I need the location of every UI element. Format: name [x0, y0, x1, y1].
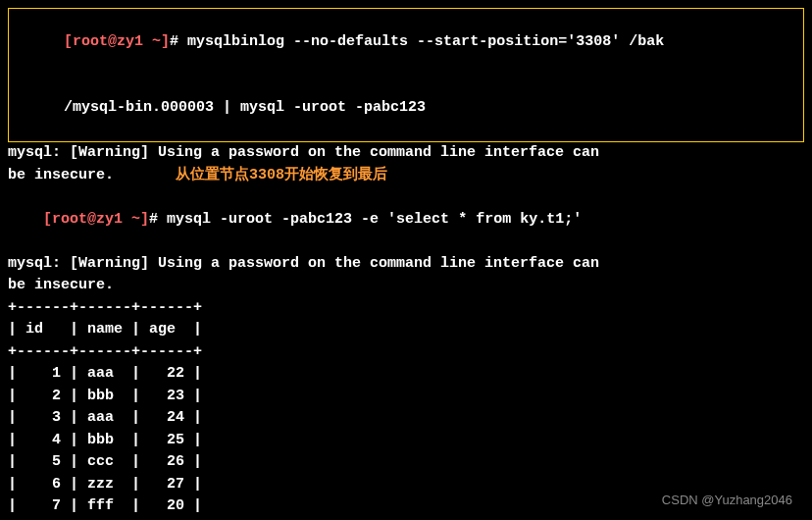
warning2-line2: be insecure. [8, 277, 114, 293]
prompt-user-host-2: [root@zy1 ~] [43, 211, 149, 228]
cmd1-line2[interactable]: /mysql-bin.000003 | mysql -uroot -pabc12… [64, 99, 426, 116]
warning1-line1: mysql: [Warning] Using a password on the… [8, 144, 608, 161]
cmd1-line1[interactable]: mysqlbinlog --no-defaults --start-positi… [187, 33, 664, 50]
cmd2[interactable]: mysql -uroot -pabc123 -e 'select * from … [167, 211, 582, 228]
highlighted-command-1: [root@zy1 ~]# mysqlbinlog --no-defaults … [8, 8, 804, 142]
warning2-line1: mysql: [Warning] Using a password on the… [8, 255, 608, 272]
table-row: | 1 | aaa | 22 | [8, 363, 804, 386]
table-divider-mid: +------+------+------+ [8, 341, 804, 364]
warning1-line2: be insecure. [8, 167, 114, 183]
watermark: CSDN @Yuzhang2046 [662, 491, 792, 510]
terminal-output: [root@zy1 ~]# mysqlbinlog --no-defaults … [8, 8, 804, 520]
annotation-1: 从位置节点3308开始恢复到最后 [176, 167, 387, 183]
table-header: | id | name | age | [8, 319, 804, 341]
table-row: | 5 | ccc | 26 | [8, 451, 804, 474]
prompt-user-host: [root@zy1 ~] [64, 33, 170, 50]
prompt-hash: # [170, 33, 178, 50]
table-row: | 2 | bbb | 23 | [8, 386, 804, 408]
table-divider-top: +------+------+------+ [8, 297, 804, 320]
table-row: | 3 | aaa | 24 | [8, 407, 804, 430]
prompt-hash-2: # [149, 211, 158, 228]
table-row: | 4 | bbb | 25 | [8, 430, 804, 452]
